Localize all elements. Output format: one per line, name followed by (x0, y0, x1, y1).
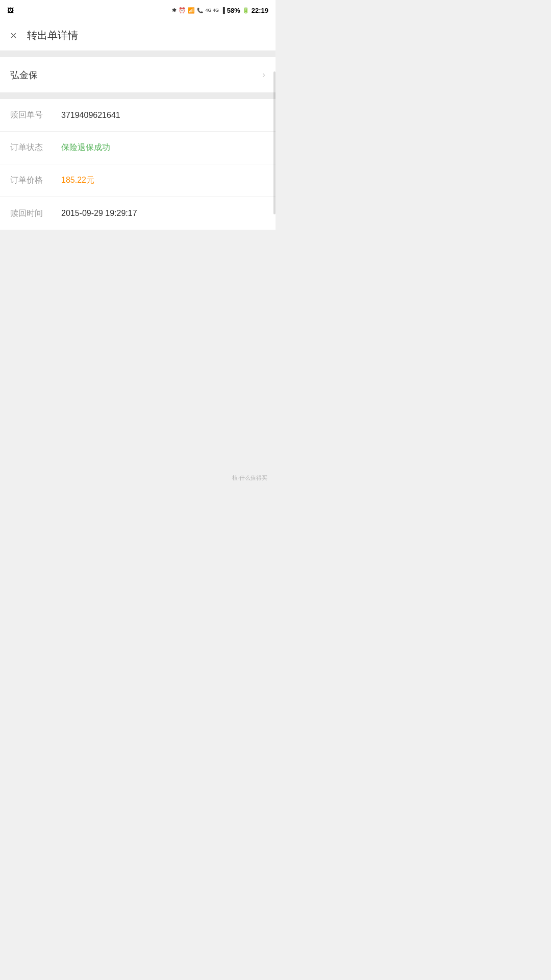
value-redeem-time: 2015-09-29 19:29:17 (61, 209, 265, 218)
chevron-right-icon: › (262, 69, 265, 80)
label-order-number: 赎回单号 (10, 110, 51, 120)
label-order-price: 订单价格 (10, 175, 51, 186)
label-redeem-time: 赎回时间 (10, 208, 51, 219)
photo-icon: 🖼 (7, 7, 14, 14)
detail-list: 赎回单号 3719409621641 订单状态 保险退保成功 订单价格 185.… (0, 99, 276, 230)
label-order-status: 订单状态 (10, 142, 51, 153)
list-item-order-number: 赎回单号 3719409621641 (0, 99, 276, 132)
value-order-price: 185.22元 (61, 175, 265, 186)
close-button[interactable]: × (10, 30, 17, 41)
watermark: 植·什么值得买 (232, 474, 267, 482)
section-divider-top (0, 51, 276, 57)
scrollbar-track (272, 20, 276, 490)
section-divider-company (0, 93, 276, 99)
list-item-order-price: 订单价格 185.22元 (0, 164, 276, 197)
call-icon: 📞 (197, 8, 203, 13)
value-order-status: 保险退保成功 (61, 142, 265, 153)
time-display: 22:19 (252, 7, 268, 14)
page-title: 转出单详情 (27, 29, 78, 42)
battery-icon: 🔋 (242, 7, 249, 14)
company-name: 弘金保 (10, 69, 262, 81)
status-bar-left: 🖼 (7, 7, 14, 14)
list-item-order-status: 订单状态 保险退保成功 (0, 132, 276, 164)
page-header: × 转出单详情 (0, 20, 276, 51)
scrollbar-thumb (273, 71, 276, 214)
status-bar: 🖼 ✱ ⏰ 📶 📞 4G 4G ▐ 58% 🔋 22:19 (0, 0, 276, 20)
alarm-icon: ⏰ (179, 7, 186, 14)
signal-bars: ▐ (221, 7, 225, 13)
company-row[interactable]: 弘金保 › (0, 57, 276, 93)
wifi-icon: 📶 (188, 7, 195, 14)
value-order-number: 3719409621641 (61, 111, 265, 120)
status-bar-right: ✱ ⏰ 📶 📞 4G 4G ▐ 58% 🔋 22:19 (172, 7, 268, 14)
list-item-redeem-time: 赎回时间 2015-09-29 19:29:17 (0, 197, 276, 230)
battery-label: 58% (227, 7, 240, 14)
bluetooth-icon: ✱ (172, 7, 177, 14)
signal-label: 4G 4G (205, 8, 219, 13)
